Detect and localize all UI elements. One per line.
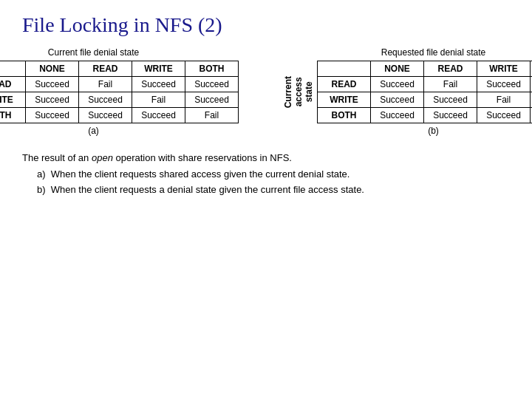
table-b-sub-label: (b) (428, 126, 439, 136)
table-a-both-both: Fail (185, 108, 239, 123)
table-b-header: NONE READ WRITE BOTH (318, 61, 533, 77)
table-a-block: Current file denial state Requestaccess … (0, 47, 239, 140)
table-b-corner (318, 61, 371, 77)
table-row: WRITE Succeed Succeed Fail Succeed (0, 92, 239, 108)
table-b-both-none: Succeed (371, 108, 424, 123)
table-a-write-both: Succeed (185, 92, 239, 108)
table-a-header: NONE READ WRITE BOTH (0, 61, 239, 77)
table-a-read-none: Succeed (26, 77, 79, 92)
bottom-a: a) When the client requests shared acces… (37, 167, 510, 182)
table-b-write-write: Fail (477, 92, 531, 108)
page-title: File Locking in NFS (2) (22, 13, 510, 37)
table-a-with-label: Requestaccess NONE READ WRITE BOTH READ … (0, 61, 239, 123)
bottom-text: The result of an open operation with sha… (22, 151, 510, 197)
page: File Locking in NFS (2) Current file den… (0, 0, 532, 211)
table-a-row-both-label: BOTH (0, 108, 26, 123)
bottom-intro: The result of an open operation with sha… (22, 151, 510, 166)
table-b-col-none: NONE (371, 61, 424, 77)
table-b-col-read: READ (424, 61, 477, 77)
table-row: BOTH Succeed Succeed Succeed Fail (318, 108, 533, 123)
table-a-read-both: Succeed (185, 77, 239, 92)
table-b-both-read: Succeed (424, 108, 477, 123)
table-b-col-write: WRITE (477, 61, 531, 77)
table-a-col-both: BOTH (185, 61, 239, 77)
bottom-b: b) When the client requests a denial sta… (37, 183, 510, 197)
table-b-read-read: Fail (424, 77, 477, 92)
table-b-row-write-label: WRITE (318, 92, 371, 108)
table-a-col-none: NONE (26, 61, 79, 77)
table-a: NONE READ WRITE BOTH READ Succeed Fail S… (0, 61, 239, 123)
table-row: READ Succeed Fail Succeed Succeed (318, 77, 533, 92)
table-a-row-read-label: READ (0, 77, 26, 92)
table-b-write-read: Succeed (424, 92, 477, 108)
a-label: a) (37, 168, 46, 180)
a-text: When the client requests shared access g… (51, 168, 350, 180)
open-word: open (92, 152, 113, 163)
table-b: NONE READ WRITE BOTH READ Succeed Fail S… (317, 61, 532, 123)
table-a-write-write: Fail (132, 92, 185, 108)
table-row: WRITE Succeed Succeed Fail Succeed (318, 92, 533, 108)
table-a-both-write: Succeed (132, 108, 185, 123)
table-a-col-read: READ (79, 61, 132, 77)
table-a-caption: Current file denial state (48, 47, 139, 58)
b-text: When the client requests a denial state … (51, 184, 364, 195)
table-a-both-none: Succeed (26, 108, 79, 123)
table-b-row-label: Currentaccessstate (283, 76, 314, 108)
table-b-with-label: Currentaccessstate NONE READ WRITE BOTH … (283, 61, 532, 123)
table-a-write-none: Succeed (26, 92, 79, 108)
b-label: b) (37, 184, 46, 195)
table-b-write-none: Succeed (371, 92, 424, 108)
table-a-both-read: Succeed (79, 108, 132, 123)
table-a-col-write: WRITE (132, 61, 185, 77)
table-a-read-write: Succeed (132, 77, 185, 92)
table-row: READ Succeed Fail Succeed Succeed (0, 77, 239, 92)
table-b-block: Requested file denial state Currentacces… (283, 47, 532, 140)
table-a-corner (0, 61, 26, 77)
table-a-row-write-label: WRITE (0, 92, 26, 108)
table-b-row-both-label: BOTH (318, 108, 371, 123)
table-row: BOTH Succeed Succeed Succeed Fail (0, 108, 239, 123)
table-b-caption: Requested file denial state (381, 47, 485, 58)
table-a-sub-label: (a) (88, 126, 99, 136)
table-a-write-read: Succeed (79, 92, 132, 108)
table-b-row-read-label: READ (318, 77, 371, 92)
table-b-read-write: Succeed (477, 77, 531, 92)
table-b-both-write: Succeed (477, 108, 531, 123)
table-a-read-read: Fail (79, 77, 132, 92)
tables-row: Current file denial state Requestaccess … (22, 47, 510, 140)
table-b-read-none: Succeed (371, 77, 424, 92)
